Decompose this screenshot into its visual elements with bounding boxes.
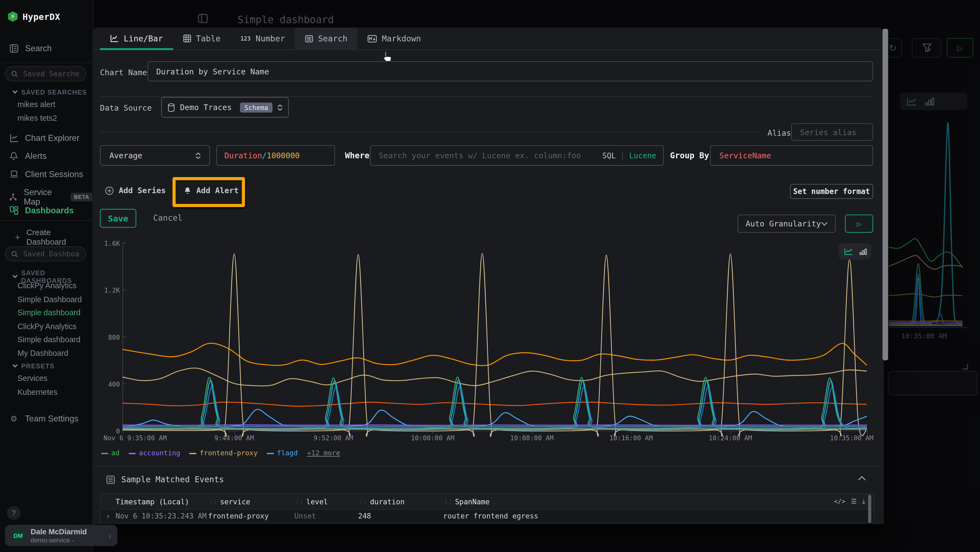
user-org: demo-service - [31,536,87,543]
series-series-9 [123,387,867,430]
sample-events-header[interactable]: Sample Matched Events [106,475,224,484]
saved-dashboard-item[interactable]: ClickPy Analytics [18,281,82,290]
sidebar-item-search[interactable]: Search [9,44,52,53]
create-dashboard-button[interactable]: + Create Dashboard [15,228,92,247]
saved-search-item[interactable]: mikes alert [18,100,57,109]
wrap-lines-icon[interactable]: ☰ [851,498,857,506]
events-scrollbar[interactable] [868,495,871,523]
tab-search[interactable]: Search [295,27,358,49]
saved-searches-input[interactable] [5,66,86,81]
y-axis-label: 0 [116,427,120,435]
field-expression-input[interactable]: Duration/1000000 [216,145,335,166]
saved-searches-header[interactable]: SAVED SEARCHES [13,88,87,96]
collapse-chevron-icon[interactable] [858,476,865,480]
tab-markdown[interactable]: Markdown [358,27,431,49]
sidebar-item-chart-explorer[interactable]: Chart Explorer [9,133,80,142]
sidebar-item-team-settings[interactable]: ⚙ Team Settings [9,414,78,423]
bar-chart-icon[interactable] [859,247,867,255]
saved-dashboard-item[interactable]: Simple dashboard [18,308,82,317]
row-expand-chevron[interactable]: › [101,512,116,520]
x-axis-label: 10:08:00 AM [510,434,554,442]
chart-name-input[interactable] [148,61,873,81]
saved-dashboards-field[interactable] [22,249,81,259]
event-row[interactable]: ›Nov 6 10:35:23.243 AMfrontend-proxyUnse… [101,510,874,523]
saved-dashboard-item[interactable]: My Dashboard [18,349,82,357]
saved-dashboard-item[interactable]: Simple Dashboard [18,295,82,304]
event-spanname: router frontend egress [443,512,818,520]
legend-item[interactable]: accounting [129,449,180,457]
column-header-service[interactable]: ⋮⋮service [208,497,294,506]
sidebar-item-alerts[interactable]: Alerts [9,152,46,161]
legend-item[interactable]: ad [101,449,119,457]
preset-item[interactable]: Kubernetes [18,388,57,396]
table-tab-icon [183,34,191,43]
save-button[interactable]: Save [100,209,136,228]
number-tab-icon: 123 [240,35,250,42]
where-field[interactable] [371,151,593,160]
presets-header[interactable]: PRESETS [13,362,54,370]
tab-number[interactable]: 123 Number [231,27,295,49]
saved-dashboard-item[interactable]: ClickPy Analytics [18,322,82,330]
gear-icon: ⚙ [9,414,19,423]
add-series-button[interactable]: Add Series [105,186,166,195]
series-series-5 [123,254,867,437]
legend-label: accounting [139,449,180,457]
code-icon[interactable]: </> [834,498,845,506]
saved-dashboards-input[interactable] [5,247,86,262]
user-menu[interactable]: DM Dale McDiarmid demo-service - › [5,525,117,546]
sql-mode-toggle[interactable]: SQL [603,151,616,160]
run-query-button[interactable]: ▷ [845,215,873,233]
sidebar-item-client-sessions[interactable]: Client Sessions [9,169,83,179]
where-input[interactable]: SQL | Lucene [370,145,664,166]
column-header-spanname[interactable]: ⋮⋮SpanName [443,497,818,506]
tab-table[interactable]: Table [173,27,231,49]
saved-dashboard-item[interactable]: Simple dashboard [18,335,82,344]
edit-chart-modal: Line/Bar Table 123 Number Search Markdow… [92,27,884,524]
granularity-select[interactable]: Auto Granularity [737,215,835,233]
saved-search-item[interactable]: mikes tets2 [18,114,57,123]
group-by-input[interactable]: ServiceName [710,145,873,166]
search-tab-icon [305,35,313,42]
column-header-duration[interactable]: ⋮⋮duration [358,497,443,506]
chart-explorer-icon [9,133,19,142]
legend-swatch [101,453,108,454]
column-header-level[interactable]: ⋮⋮level [294,497,358,506]
download-icon[interactable]: ⤓ [862,498,865,506]
saved-searches-field[interactable] [22,69,81,79]
y-axis-label: 400 [108,380,120,388]
cancel-button[interactable]: Cancel [153,213,183,223]
chart-name-label: Chart Name [100,67,147,77]
laptop-icon [9,170,19,178]
duration-chart[interactable] [123,243,867,431]
set-number-format-button[interactable]: Set number format [790,184,873,199]
chart-name-field[interactable] [148,67,872,76]
x-axis-label: 9:44:00 AM [215,434,254,442]
data-source-select[interactable]: Demo Traces Schema [161,97,288,118]
legend-item[interactable]: flagd [267,449,298,457]
events-header-icons: </>☰⤓ [818,498,874,506]
lucene-mode-toggle[interactable]: Lucene [629,151,656,160]
series-accounting [123,425,867,425]
tab-line-bar[interactable]: Line/Bar [100,27,173,49]
x-axis-label: 10:24:00 AM [709,434,752,442]
chart-area: 1.6K1.2K8004000 Nov 6 9:35:00 AM9:44:00 … [92,238,884,463]
plus-icon: + [15,232,20,242]
sidebar-item-dashboards[interactable]: Dashboards [9,206,74,215]
preset-item[interactable]: Services [18,374,57,383]
modal-scrollbar[interactable] [883,29,888,361]
line-chart-icon[interactable] [844,247,854,256]
event-row[interactable]: ›Nov 6 10:35:23.243 AMfrontend-proxyUnse… [101,523,874,524]
data-source-value: Demo Traces [180,103,232,112]
legend-item[interactable]: frontend-proxy [190,449,258,457]
logo[interactable]: ⚡ HyperDX [8,11,60,22]
alias-input[interactable] [791,123,873,140]
help-button[interactable]: ? [7,506,21,520]
group-by-label: Group By [670,151,709,160]
legend-more-link[interactable]: +12 more [307,449,340,457]
aggregation-select[interactable]: Average [100,145,210,166]
column-header-timestamp-local-[interactable]: Timestamp (Local) [116,497,208,506]
group-by-value: ServiceName [719,151,771,160]
sidebar-item-service-map[interactable]: Service Map BETA [9,188,92,206]
chart-display-toggle[interactable] [839,243,871,260]
alias-field[interactable] [792,127,872,137]
